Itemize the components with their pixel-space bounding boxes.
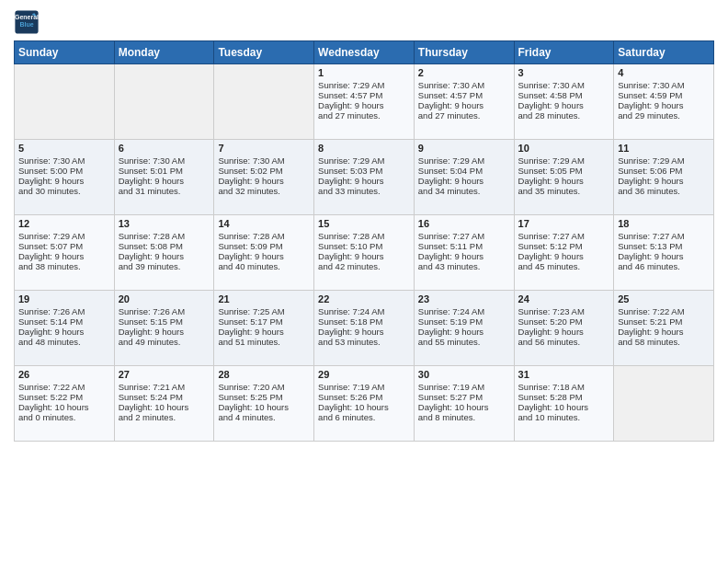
cell-content-line: and 29 minutes. — [618, 110, 710, 121]
weekday-header: Tuesday — [214, 41, 314, 64]
cell-content-line: and 49 minutes. — [119, 337, 210, 347]
cell-content-line: Sunset: 5:01 PM — [119, 166, 210, 176]
day-number: 11 — [618, 143, 710, 154]
cell-content-line: Sunset: 5:15 PM — [119, 316, 210, 327]
cell-content-line: and 43 minutes. — [418, 261, 510, 271]
cell-content-line: and 28 minutes. — [518, 110, 610, 121]
cell-content-line: and 0 minutes. — [18, 412, 110, 422]
day-number: 14 — [218, 218, 310, 229]
cell-content-line: Daylight: 9 hours — [418, 327, 510, 337]
weekday-header: Monday — [114, 41, 214, 64]
cell-content-line: Sunset: 5:00 PM — [18, 166, 110, 176]
cell-content-line: and 4 minutes. — [218, 412, 310, 422]
calendar-cell: 10Sunrise: 7:29 AMSunset: 5:05 PMDayligh… — [514, 140, 614, 215]
cell-content-line: Sunrise: 7:30 AM — [618, 80, 710, 90]
day-number: 31 — [518, 369, 610, 380]
cell-content-line: Sunrise: 7:22 AM — [618, 306, 710, 316]
cell-content-line: and 39 minutes. — [119, 261, 210, 271]
cell-content-line: and 30 minutes. — [18, 186, 110, 196]
cell-content-line: Sunset: 4:57 PM — [318, 90, 410, 100]
cell-content-line: Sunset: 5:28 PM — [518, 392, 610, 402]
cell-content-line: Sunrise: 7:29 AM — [418, 155, 510, 166]
cell-content-line: Sunrise: 7:24 AM — [418, 306, 510, 316]
cell-content-line: Sunset: 5:07 PM — [18, 241, 110, 251]
cell-content-line: Daylight: 10 hours — [18, 402, 110, 412]
cell-content-line: Sunrise: 7:27 AM — [518, 231, 610, 241]
cell-content-line: Daylight: 9 hours — [18, 327, 110, 337]
cell-content-line: and 36 minutes. — [618, 186, 710, 196]
cell-content-line: Sunrise: 7:23 AM — [518, 306, 610, 316]
calendar-cell: 4Sunrise: 7:30 AMSunset: 4:59 PMDaylight… — [614, 64, 714, 140]
day-number: 26 — [18, 369, 110, 380]
cell-content-line: Sunset: 5:25 PM — [218, 392, 310, 402]
cell-content-line: and 58 minutes. — [618, 337, 710, 347]
cell-content-line: Daylight: 9 hours — [119, 327, 210, 337]
cell-content-line: Daylight: 9 hours — [418, 251, 510, 261]
cell-content-line: Sunrise: 7:29 AM — [318, 155, 410, 166]
cell-content-line: Sunset: 5:04 PM — [418, 166, 510, 176]
day-number: 10 — [518, 143, 610, 154]
logo: General Blue — [14, 9, 43, 35]
calendar-cell: 17Sunrise: 7:27 AMSunset: 5:12 PMDayligh… — [514, 215, 614, 291]
calendar-cell: 24Sunrise: 7:23 AMSunset: 5:20 PMDayligh… — [514, 291, 614, 366]
cell-content-line: and 46 minutes. — [618, 261, 710, 271]
day-number: 6 — [119, 143, 210, 154]
cell-content-line: Sunset: 4:59 PM — [618, 90, 710, 100]
calendar-cell: 26Sunrise: 7:22 AMSunset: 5:22 PMDayligh… — [15, 366, 115, 442]
calendar-cell: 25Sunrise: 7:22 AMSunset: 5:21 PMDayligh… — [614, 291, 714, 366]
cell-content-line: Daylight: 9 hours — [618, 251, 710, 261]
day-number: 15 — [318, 218, 410, 229]
cell-content-line: Sunset: 5:09 PM — [218, 241, 310, 251]
page: General Blue SundayMondayTuesdayWednesda… — [0, 0, 728, 563]
cell-content-line: Daylight: 10 hours — [418, 402, 510, 412]
cell-content-line: and 27 minutes. — [418, 110, 510, 121]
day-number: 29 — [318, 369, 410, 380]
cell-content-line: Sunset: 5:22 PM — [18, 392, 110, 402]
calendar-cell: 21Sunrise: 7:25 AMSunset: 5:17 PMDayligh… — [214, 291, 314, 366]
calendar-cell: 1Sunrise: 7:29 AMSunset: 4:57 PMDaylight… — [314, 64, 415, 140]
cell-content-line: Daylight: 9 hours — [18, 176, 110, 186]
calendar-cell: 27Sunrise: 7:21 AMSunset: 5:24 PMDayligh… — [114, 366, 214, 442]
cell-content-line: and 45 minutes. — [518, 261, 610, 271]
cell-content-line: Daylight: 10 hours — [119, 402, 210, 412]
cell-content-line: and 40 minutes. — [218, 261, 310, 271]
calendar-cell: 18Sunrise: 7:27 AMSunset: 5:13 PMDayligh… — [614, 215, 714, 291]
cell-content-line: Sunset: 5:03 PM — [318, 166, 410, 176]
cell-content-line: Daylight: 9 hours — [119, 176, 210, 186]
cell-content-line: Sunrise: 7:28 AM — [318, 231, 410, 241]
calendar-cell: 28Sunrise: 7:20 AMSunset: 5:25 PMDayligh… — [214, 366, 314, 442]
day-number: 17 — [518, 218, 610, 229]
calendar-cell: 30Sunrise: 7:19 AMSunset: 5:27 PMDayligh… — [414, 366, 514, 442]
cell-content-line: Sunrise: 7:25 AM — [218, 306, 310, 316]
calendar-cell: 8Sunrise: 7:29 AMSunset: 5:03 PMDaylight… — [314, 140, 415, 215]
cell-content-line: Sunrise: 7:20 AM — [218, 382, 310, 392]
cell-content-line: Sunrise: 7:28 AM — [119, 231, 210, 241]
calendar-cell: 20Sunrise: 7:26 AMSunset: 5:15 PMDayligh… — [114, 291, 214, 366]
calendar-cell: 7Sunrise: 7:30 AMSunset: 5:02 PMDaylight… — [214, 140, 314, 215]
calendar-cell: 23Sunrise: 7:24 AMSunset: 5:19 PMDayligh… — [414, 291, 514, 366]
header: General Blue — [14, 9, 714, 35]
logo-icon: General Blue — [14, 9, 40, 35]
cell-content-line: and 35 minutes. — [518, 186, 610, 196]
day-number: 3 — [518, 67, 610, 78]
day-number: 18 — [618, 218, 710, 229]
cell-content-line: and 32 minutes. — [218, 186, 310, 196]
calendar-cell: 16Sunrise: 7:27 AMSunset: 5:11 PMDayligh… — [414, 215, 514, 291]
day-number: 4 — [618, 67, 710, 78]
calendar-cell: 22Sunrise: 7:24 AMSunset: 5:18 PMDayligh… — [314, 291, 415, 366]
calendar-week-row: 5Sunrise: 7:30 AMSunset: 5:00 PMDaylight… — [15, 140, 714, 215]
day-number: 1 — [318, 67, 410, 78]
cell-content-line: Daylight: 10 hours — [518, 402, 610, 412]
weekday-header: Sunday — [15, 41, 115, 64]
calendar-cell: 31Sunrise: 7:18 AMSunset: 5:28 PMDayligh… — [514, 366, 614, 442]
cell-content-line: Sunset: 5:17 PM — [218, 316, 310, 327]
cell-content-line: Sunset: 5:08 PM — [119, 241, 210, 251]
cell-content-line: and 31 minutes. — [119, 186, 210, 196]
day-number: 22 — [318, 293, 410, 304]
cell-content-line: and 6 minutes. — [318, 412, 410, 422]
calendar-cell: 19Sunrise: 7:26 AMSunset: 5:14 PMDayligh… — [15, 291, 115, 366]
cell-content-line: Daylight: 9 hours — [318, 176, 410, 186]
calendar-cell: 9Sunrise: 7:29 AMSunset: 5:04 PMDaylight… — [414, 140, 514, 215]
cell-content-line: Daylight: 9 hours — [618, 100, 710, 110]
cell-content-line: and 48 minutes. — [18, 337, 110, 347]
